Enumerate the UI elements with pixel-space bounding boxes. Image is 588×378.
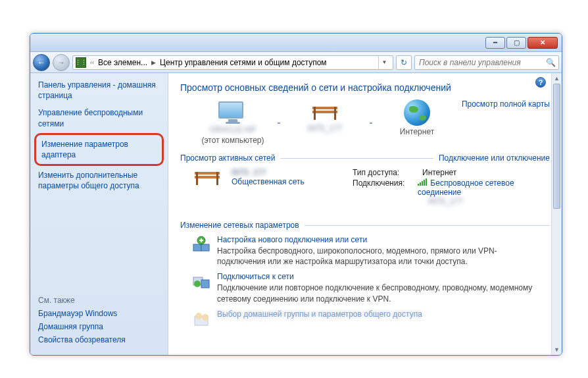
new-connection-icon	[192, 235, 210, 254]
scroll-thumb[interactable]	[553, 84, 560, 209]
sidebar-wireless-link[interactable]: Управление беспроводными сетями	[38, 107, 160, 128]
see-also-header: См. также	[38, 296, 160, 305]
task-new-connection[interactable]: Настройка нового подключения или сети На…	[192, 235, 550, 267]
see-also-firewall[interactable]: Брандмауэр Windows	[38, 309, 160, 318]
breadcrumb-all-items[interactable]: Все элемен...	[98, 58, 147, 67]
svg-rect-6	[196, 172, 198, 185]
globe-icon	[404, 99, 430, 126]
refresh-icon: ↻	[401, 58, 407, 67]
help-button[interactable]: ?	[535, 77, 546, 88]
highlight-annotation: Изменение параметров адаптера	[34, 133, 164, 166]
chevron-icon: ‹‹	[90, 59, 94, 66]
close-button[interactable]: ✕	[527, 37, 558, 49]
task-homegroup[interactable]: Выбор домашней группы и параметров общег…	[192, 310, 550, 328]
bench-icon	[310, 103, 340, 122]
active-network-name: INT5_177	[232, 168, 343, 177]
svg-rect-12	[201, 280, 209, 288]
computer-icon	[218, 101, 247, 124]
search-box[interactable]: 🔍	[414, 55, 559, 70]
svg-rect-5	[195, 176, 220, 178]
task-new-connection-desc: Настройка беспроводного, широкополосного…	[217, 246, 533, 267]
access-type-key: Тип доступа:	[353, 168, 418, 177]
help-icon: ?	[539, 78, 543, 86]
active-networks-label: Просмотр активных сетей	[180, 153, 275, 163]
close-icon: ✕	[540, 39, 545, 46]
map-link-line-2	[370, 122, 372, 124]
minimize-button[interactable]: ━	[485, 37, 505, 49]
wifi-icon	[418, 179, 427, 186]
svg-rect-1	[312, 111, 337, 113]
window: ━ ▢ ✕ ← → ⋮⋮ ‹‹ Все элемен... ▶ Центр уп…	[30, 33, 562, 356]
active-network-row: INT5_177 Общественная сеть Тип доступа: …	[180, 165, 550, 210]
see-also: См. также Брандмауэр Windows Домашняя гр…	[38, 296, 160, 348]
breadcrumb-current[interactable]: Центр управления сетями и общим доступом	[160, 58, 327, 67]
page-title: Просмотр основных сведений о сети и наст…	[180, 82, 550, 93]
address-dropdown[interactable]: ▼	[378, 55, 390, 70]
active-networks-header: Просмотр активных сетей Подключение или …	[180, 153, 550, 163]
scroll-up-button[interactable]: ▲	[552, 73, 562, 84]
task-new-connection-name[interactable]: Настройка нового подключения или сети	[217, 235, 533, 244]
minimize-icon: ━	[493, 39, 497, 46]
control-panel-icon: ⋮⋮	[76, 57, 86, 68]
change-settings-label: Изменение сетевых параметров	[180, 221, 299, 230]
chevron-right-icon: ▶	[151, 59, 156, 66]
task-connect[interactable]: Подключиться к сети Подключение или повт…	[192, 272, 550, 304]
task-connect-desc: Подключение или повторное подключение к …	[217, 283, 533, 304]
connection-link[interactable]: Беспроводное сетевое соединение	[418, 178, 514, 197]
titlebar: ━ ▢ ✕	[30, 34, 562, 52]
chevron-down-icon: ▼	[382, 59, 387, 65]
svg-rect-3	[334, 107, 336, 120]
map-internet: Интернет	[378, 99, 456, 147]
internet-label: Интернет	[400, 127, 434, 136]
see-also-internet-options[interactable]: Свойства обозревателя	[38, 335, 160, 344]
svg-rect-0	[312, 107, 337, 109]
svg-rect-2	[314, 107, 316, 120]
scroll-down-button[interactable]: ▼	[552, 344, 562, 355]
arrow-left-icon: ←	[37, 58, 45, 67]
bench-icon	[192, 168, 222, 188]
svg-point-16	[202, 314, 208, 321]
connection-ssid: INT5_177	[428, 197, 463, 206]
this-computer-label: (этот компьютер)	[202, 136, 264, 145]
public-network-link[interactable]: Общественная сеть	[232, 177, 305, 186]
navbar: ← → ⋮⋮ ‹‹ Все элемен... ▶ Центр управлен…	[30, 52, 562, 73]
back-button[interactable]: ←	[33, 54, 50, 71]
refresh-button[interactable]: ↻	[396, 55, 412, 70]
body: Панель управления - домашняя страница Уп…	[30, 73, 562, 355]
svg-point-15	[195, 313, 202, 319]
sidebar-sharing-link[interactable]: Изменить дополнительные параметры общего…	[38, 170, 160, 191]
map-this-computer: ORACLE-HP (этот компьютер)	[193, 101, 272, 145]
full-map-link[interactable]: Просмотр полной карты	[462, 99, 550, 109]
connect-icon	[192, 272, 210, 290]
network-map: ORACLE-HP (этот компьютер) INT5_177	[193, 99, 456, 147]
sidebar-home-link[interactable]: Панель управления - домашняя страница	[38, 80, 160, 101]
computer-name: ORACLE-HP	[210, 125, 256, 134]
connect-disconnect-link[interactable]: Подключение или отключение	[439, 153, 550, 163]
sidebar: Панель управления - домашняя страница Уп…	[30, 73, 168, 355]
arrow-right-icon: →	[57, 58, 65, 67]
maximize-button[interactable]: ▢	[506, 37, 526, 49]
svg-rect-7	[216, 172, 218, 185]
homegroup-icon	[192, 310, 210, 328]
map-link-line	[278, 122, 280, 124]
svg-rect-8	[193, 244, 201, 251]
access-type-value: Интернет	[422, 168, 456, 177]
main-panel: ? Просмотр основных сведений о сети и на…	[168, 73, 562, 355]
address-bar[interactable]: ⋮⋮ ‹‹ Все элемен... ▶ Центр управления с…	[72, 55, 393, 70]
search-input[interactable]	[418, 57, 543, 68]
sidebar-adapter-link[interactable]: Изменение параметров адаптера	[41, 139, 157, 160]
forward-button[interactable]: →	[53, 54, 70, 71]
svg-rect-4	[195, 172, 220, 175]
svg-rect-9	[201, 244, 209, 251]
svg-point-13	[194, 281, 201, 287]
map-network: INT5_177	[285, 103, 364, 144]
network-name: INT5_177	[308, 124, 343, 133]
search-icon: 🔍	[546, 58, 556, 67]
see-also-homegroup[interactable]: Домашняя группа	[38, 322, 160, 331]
connections-key: Подключения:	[353, 178, 414, 206]
scrollbar[interactable]: ▲ ▼	[551, 73, 562, 355]
maximize-icon: ▢	[514, 39, 520, 46]
task-homegroup-name[interactable]: Выбор домашней группы и параметров общег…	[217, 310, 422, 319]
change-settings-header: Изменение сетевых параметров	[180, 221, 550, 230]
task-connect-name[interactable]: Подключиться к сети	[217, 272, 533, 281]
